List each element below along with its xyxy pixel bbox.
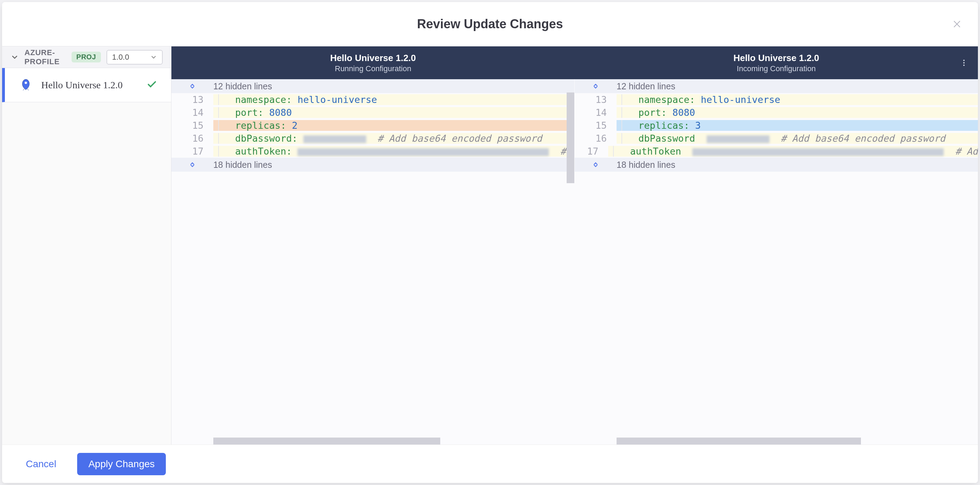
diff-area: Hello Universe 1.2.0 Running Configurati… <box>172 46 978 445</box>
fold-row-bottom[interactable]: 18 hidden lines <box>575 158 978 172</box>
chevron-down-icon <box>11 53 19 62</box>
diff-left-subtitle: Running Configuration <box>335 64 411 73</box>
code-content: dbPassword xxxx # Add base64 encoded pas… <box>617 133 978 144</box>
svg-point-0 <box>25 82 27 84</box>
project-badge: PROJ <box>72 52 101 62</box>
rocket-icon <box>19 78 33 92</box>
fold-label: 12 hidden lines <box>213 81 272 92</box>
line-number: 14 <box>575 107 617 118</box>
line-number: 17 <box>172 146 213 157</box>
code-content: port: 8080 <box>213 107 574 118</box>
sidebar-header: AZURE-PROFILE PROJ 1.0.0 <box>2 46 171 68</box>
line-number: 15 <box>575 120 617 131</box>
fold-row-top[interactable]: 12 hidden lines <box>172 79 574 93</box>
apply-changes-button[interactable]: Apply Changes <box>77 453 166 475</box>
code-line: 14 port: 8080 <box>172 106 574 119</box>
version-selected: 1.0.0 <box>112 53 129 62</box>
code-content: dbPassword: xxxx # Add base64 encoded pa… <box>213 133 574 144</box>
check-icon <box>146 79 157 91</box>
code-view-right: 12 hidden lines13 namespace: hello-unive… <box>575 79 978 172</box>
close-icon <box>953 19 961 29</box>
svg-point-3 <box>963 65 965 66</box>
code-content: namespace: hello-universe <box>617 94 978 105</box>
review-changes-modal: Review Update Changes AZURE-PROFILE PROJ… <box>2 2 978 483</box>
chevron-down-icon <box>150 54 157 61</box>
close-button[interactable] <box>950 17 964 31</box>
code-content: authToken xxxx # Ad <box>608 146 978 157</box>
code-line: 16 dbPassword: xxxx # Add base64 encoded… <box>172 132 574 145</box>
unfold-icon <box>575 160 617 169</box>
more-vertical-icon <box>960 59 968 67</box>
modal-header: Review Update Changes <box>2 2 978 46</box>
code-line: 16 dbPassword xxxx # Add base64 encoded … <box>575 132 978 145</box>
diff-pane-running[interactable]: 12 hidden lines13 namespace: hello-unive… <box>172 79 575 445</box>
scrollbar-horizontal[interactable] <box>617 437 969 445</box>
line-number: 13 <box>575 94 617 105</box>
svg-point-1 <box>963 60 965 61</box>
scrollbar-horizontal[interactable] <box>213 437 566 445</box>
fold-label: 12 hidden lines <box>617 81 675 92</box>
unfold-icon <box>172 82 213 91</box>
fold-label: 18 hidden lines <box>617 160 675 170</box>
diff-header-incoming: Hello Universe 1.2.0 Incoming Configurat… <box>575 46 978 79</box>
code-content: replicas: 2 <box>213 120 574 131</box>
modal-body: AZURE-PROFILE PROJ 1.0.0 Hello Universe … <box>2 46 978 445</box>
code-line: 13 namespace: hello-universe <box>172 93 574 106</box>
diff-header-running: Hello Universe 1.2.0 Running Configurati… <box>172 46 575 79</box>
fold-label: 18 hidden lines <box>213 160 272 170</box>
code-line: 14 port: 8080 <box>575 106 978 119</box>
line-number: 14 <box>172 107 213 118</box>
fold-row-bottom[interactable]: 18 hidden lines <box>172 158 574 172</box>
code-content: replicas: 3 <box>617 120 978 131</box>
diff-panes: 12 hidden lines13 namespace: hello-unive… <box>172 79 978 445</box>
code-line: 17 authToken: xxxx # <box>172 145 574 158</box>
sidebar-item-label: Hello Universe 1.2.0 <box>41 79 138 91</box>
version-dropdown[interactable]: 1.0.0 <box>107 50 163 65</box>
code-view-left: 12 hidden lines13 namespace: hello-unive… <box>172 79 574 172</box>
code-line: 15 replicas: 3 <box>575 119 978 132</box>
code-content: port: 8080 <box>617 107 978 118</box>
diff-pane-incoming[interactable]: 12 hidden lines13 namespace: hello-unive… <box>575 79 978 445</box>
line-number: 16 <box>172 133 213 144</box>
svg-point-2 <box>963 62 965 63</box>
modal-footer: Cancel Apply Changes <box>2 445 978 483</box>
sidebar: AZURE-PROFILE PROJ 1.0.0 Hello Universe … <box>2 46 172 445</box>
scrollbar-vertical[interactable] <box>970 79 978 445</box>
diff-right-subtitle: Incoming Configuration <box>737 64 816 73</box>
code-line: 15 replicas: 2 <box>172 119 574 132</box>
line-number: 17 <box>575 146 608 157</box>
diff-headers: Hello Universe 1.2.0 Running Configurati… <box>172 46 978 79</box>
line-number: 13 <box>172 94 213 105</box>
scrollbar-vertical[interactable] <box>566 79 574 445</box>
sidebar-item-hello-universe[interactable]: Hello Universe 1.2.0 <box>2 68 171 102</box>
collapse-toggle[interactable] <box>11 53 19 62</box>
unfold-icon <box>575 82 617 91</box>
code-content: namespace: hello-universe <box>213 94 574 105</box>
modal-title: Review Update Changes <box>417 17 563 32</box>
unfold-icon <box>172 160 213 169</box>
profile-name: AZURE-PROFILE <box>24 48 66 66</box>
fold-row-top[interactable]: 12 hidden lines <box>575 79 978 93</box>
code-line: 17 authToken xxxx # Ad <box>575 145 978 158</box>
code-line: 13 namespace: hello-universe <box>575 93 978 106</box>
line-number: 16 <box>575 133 617 144</box>
code-content: authToken: xxxx # <box>213 146 574 157</box>
diff-left-title: Hello Universe 1.2.0 <box>330 53 416 63</box>
diff-right-title: Hello Universe 1.2.0 <box>733 53 819 63</box>
diff-more-button[interactable] <box>957 56 971 70</box>
cancel-button[interactable]: Cancel <box>15 453 67 475</box>
line-number: 15 <box>172 120 213 131</box>
